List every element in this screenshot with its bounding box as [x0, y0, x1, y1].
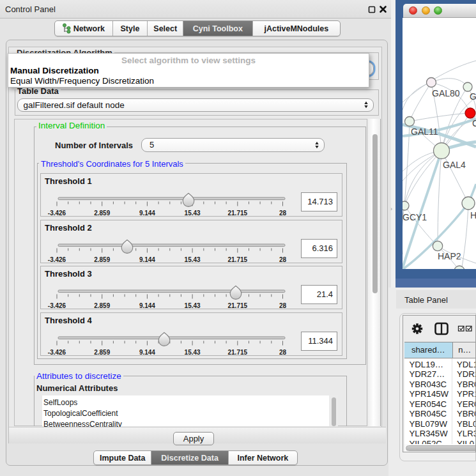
svg-text:2.859: 2.859 [94, 256, 110, 263]
svg-text:GAL4: GAL4 [443, 160, 466, 170]
svg-text:28: 28 [279, 256, 287, 263]
svg-text:2.859: 2.859 [94, 349, 110, 356]
svg-text:2.859: 2.859 [94, 302, 110, 309]
svg-text:GA: GA [470, 91, 476, 102]
svg-text:-3.426: -3.426 [48, 210, 66, 217]
svg-text:15.43: 15.43 [185, 210, 201, 217]
svg-text:28: 28 [279, 302, 287, 309]
svg-text:15.43: 15.43 [185, 256, 201, 263]
svg-text:9.144: 9.144 [139, 302, 155, 309]
svg-text:21.715: 21.715 [228, 349, 248, 356]
svg-text:-3.426: -3.426 [48, 302, 66, 309]
svg-text:-3.426: -3.426 [48, 256, 66, 263]
svg-text:21.715: 21.715 [228, 256, 248, 263]
svg-text:21.715: 21.715 [228, 210, 248, 217]
svg-text:-3.426: -3.426 [48, 349, 66, 356]
svg-text:9.144: 9.144 [139, 256, 155, 263]
svg-text:H: H [470, 210, 476, 220]
svg-text:28: 28 [279, 210, 287, 217]
svg-text:C: C [472, 118, 476, 128]
svg-text:9.144: 9.144 [139, 210, 155, 217]
svg-text:15.43: 15.43 [185, 349, 201, 356]
svg-text:21.715: 21.715 [228, 302, 248, 309]
svg-text:GCY1: GCY1 [403, 212, 427, 222]
svg-text:GAL80: GAL80 [432, 88, 460, 98]
svg-text:HAP2: HAP2 [438, 251, 461, 261]
svg-text:2.859: 2.859 [94, 210, 110, 217]
svg-text:15.43: 15.43 [185, 302, 201, 309]
svg-text:GAL11: GAL11 [411, 127, 438, 137]
svg-text:28: 28 [279, 349, 287, 356]
svg-text:9.144: 9.144 [139, 349, 155, 356]
